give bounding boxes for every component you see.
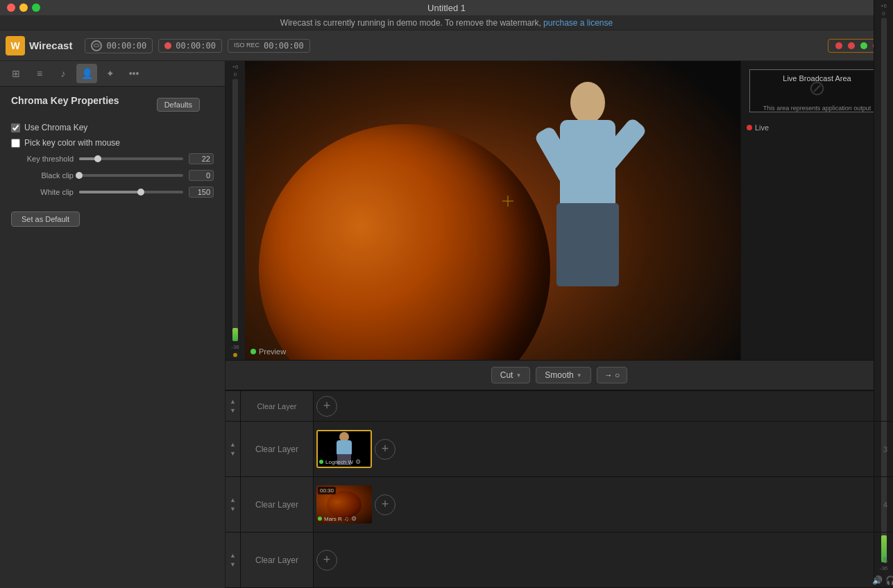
layer-2-add-button[interactable]: +	[375, 439, 396, 460]
layer-2-down-arrow-icon[interactable]: ▼	[230, 451, 236, 457]
black-clip-track[interactable]	[79, 174, 183, 177]
pick-key-color-checkbox[interactable]	[11, 139, 20, 148]
layer-2-settings-icon[interactable]: ⚙	[355, 458, 361, 465]
layer-2-clear-label: Clear Layer	[255, 444, 298, 454]
meter-left-fill	[232, 328, 238, 341]
key-threshold-row: Key threshold 22	[11, 153, 214, 164]
black-clip-value: 0	[189, 170, 214, 181]
layer-2-clear-button[interactable]: Clear Layer	[241, 422, 314, 476]
layer-row-2: ▲ ▼ Clear Layer	[226, 422, 893, 477]
black-clip-row: Black clip 0	[11, 170, 214, 181]
set-as-default-button[interactable]: Set as Default	[11, 211, 80, 227]
preview-dot-icon	[250, 349, 256, 354]
black-clip-thumb[interactable]	[76, 172, 83, 179]
close-button[interactable]	[7, 3, 15, 12]
preview-label: Preview	[250, 347, 286, 356]
live-broadcast-box: Live Broadcast Area ⊘ This area represen…	[741, 61, 893, 360]
layers-area: ▲ ▼ Clear Layer + ▲ ▼ Clear Layer	[226, 390, 893, 588]
cut-button[interactable]: Cut ▼	[491, 367, 531, 383]
layer-4-add-button[interactable]: +	[316, 550, 337, 571]
meter-left-peak	[233, 353, 237, 357]
layer-row-3: ▲ ▼ Clear Layer 00:30 Mars R	[226, 477, 893, 533]
wirecast-logo-icon: W	[6, 36, 25, 55]
live-label-row: Live	[741, 121, 893, 135]
layer-1-up-arrow-icon[interactable]: ▲	[230, 399, 236, 405]
chroma-key-panel: Chroma Key Properties Defaults Use Chrom…	[0, 87, 225, 588]
layer-3-number: 4	[883, 501, 887, 509]
meter-left-label-0: 0	[234, 71, 237, 78]
layer-4-clear-button[interactable]: Clear Layer	[241, 533, 314, 587]
key-threshold-track[interactable]	[79, 157, 183, 160]
layer-2-up-arrow-icon[interactable]: ▲	[230, 442, 236, 448]
main-layout: ⊞ ≡ ♪ 👤 ✦ ••• Chroma Key Properties Defa…	[0, 61, 893, 588]
pick-key-color-row: Pick key color with mouse	[11, 138, 214, 148]
record-dot-icon	[164, 42, 171, 49]
layer-4-up-arrow-icon[interactable]: ▲	[230, 553, 236, 559]
smooth-button[interactable]: Smooth ▼	[536, 367, 590, 383]
white-clip-value: 150	[189, 187, 214, 198]
left-panel: ⊞ ≡ ♪ 👤 ✦ ••• Chroma Key Properties Defa…	[0, 61, 226, 588]
tab-fx[interactable]: ✦	[100, 64, 121, 83]
stream-icon	[91, 40, 102, 51]
center-right-area: +6 0 -36	[226, 61, 893, 588]
layer-3-label-row: Mars R ♫ ⚙	[318, 515, 357, 522]
smooth-dropdown-arrow-icon: ▼	[577, 372, 582, 379]
layer-2-label-row: Logitech W ⚙	[319, 458, 361, 465]
layer-1-clear-button[interactable]: Clear Layer	[241, 391, 314, 421]
tab-audio[interactable]: ♪	[53, 64, 74, 83]
layer-1-clear-label: Clear Layer	[257, 402, 297, 410]
planet-thumb-icon	[327, 491, 362, 519]
iso-time: 00:00:00	[264, 41, 304, 51]
layer-3-add-button[interactable]: +	[375, 494, 396, 515]
iso-group: ISO REC 00:00:00	[228, 39, 310, 53]
minimize-button[interactable]	[19, 3, 28, 12]
key-threshold-thumb[interactable]	[94, 155, 101, 162]
toolbar: W Wirecast 00:00:00 00:00:00 ISO REC 00:…	[0, 31, 893, 61]
layer-4-controls: ▲ ▼	[226, 533, 241, 587]
go-button[interactable]: → ○	[597, 367, 628, 383]
tab-more[interactable]: •••	[124, 64, 144, 83]
tab-settings[interactable]: ≡	[29, 64, 50, 83]
record-group: 00:00:00	[158, 39, 222, 53]
layer-row-4: ▲ ▼ Clear Layer + 5	[226, 533, 893, 588]
meter-right-label-plus6: +6	[881, 3, 887, 9]
layer-1-controls: ▲ ▼	[226, 391, 241, 421]
layer-3-up-arrow-icon[interactable]: ▲	[230, 497, 236, 503]
layer-2-controls: ▲ ▼	[226, 422, 241, 476]
layer-3-thumbnail[interactable]: 00:30 Mars R ♫ ⚙	[316, 485, 372, 524]
white-clip-thumb[interactable]	[137, 189, 144, 196]
layer-3-clear-button[interactable]: Clear Layer	[241, 477, 314, 532]
layer-3-content: 00:30 Mars R ♫ ⚙ +	[314, 477, 893, 532]
layer-1-add-button[interactable]: +	[316, 396, 337, 417]
layer-2-thumbnail[interactable]: Logitech W ⚙	[316, 430, 372, 468]
person-figure	[518, 75, 657, 311]
cut-dropdown-arrow-icon: ▼	[516, 372, 521, 379]
key-threshold-label: Key threshold	[11, 155, 74, 163]
maximize-button[interactable]	[32, 3, 40, 12]
white-clip-track[interactable]	[79, 191, 183, 193]
audio-meter-left: +6 0 -36	[226, 61, 245, 360]
layer-4-down-arrow-icon[interactable]: ▼	[230, 562, 236, 568]
live-text: Live	[755, 123, 769, 132]
use-chroma-key-row: Use Chroma Key	[11, 123, 214, 132]
status-dot-1	[835, 42, 842, 49]
tab-person[interactable]: 👤	[76, 64, 97, 83]
defaults-button[interactable]: Defaults	[157, 98, 200, 112]
layer-3-down-arrow-icon[interactable]: ▼	[230, 506, 236, 512]
stream-time: 00:00:00	[106, 41, 146, 51]
demo-banner: Wirecast is currently running in demo mo…	[0, 15, 893, 31]
record-time: 00:00:00	[176, 41, 216, 51]
white-clip-row: White clip 150	[11, 187, 214, 198]
live-broadcast-inner: Live Broadcast Area ⊘ This area represen…	[749, 69, 885, 112]
tab-layers[interactable]: ⊞	[6, 64, 26, 83]
layer-3-settings-icon[interactable]: ⚙	[351, 515, 357, 522]
layer-1-down-arrow-icon[interactable]: ▼	[230, 408, 236, 414]
preview-background	[245, 61, 740, 360]
purchase-license-link[interactable]: purchase a license	[543, 18, 613, 28]
crosshair-icon	[502, 196, 513, 207]
layer-1-content: +	[314, 391, 893, 421]
use-chroma-key-checkbox[interactable]	[11, 123, 20, 132]
wirecast-watermark-icon: ⊘	[800, 70, 835, 105]
planet-sphere	[259, 124, 550, 360]
layer-3-active-dot	[318, 517, 322, 521]
